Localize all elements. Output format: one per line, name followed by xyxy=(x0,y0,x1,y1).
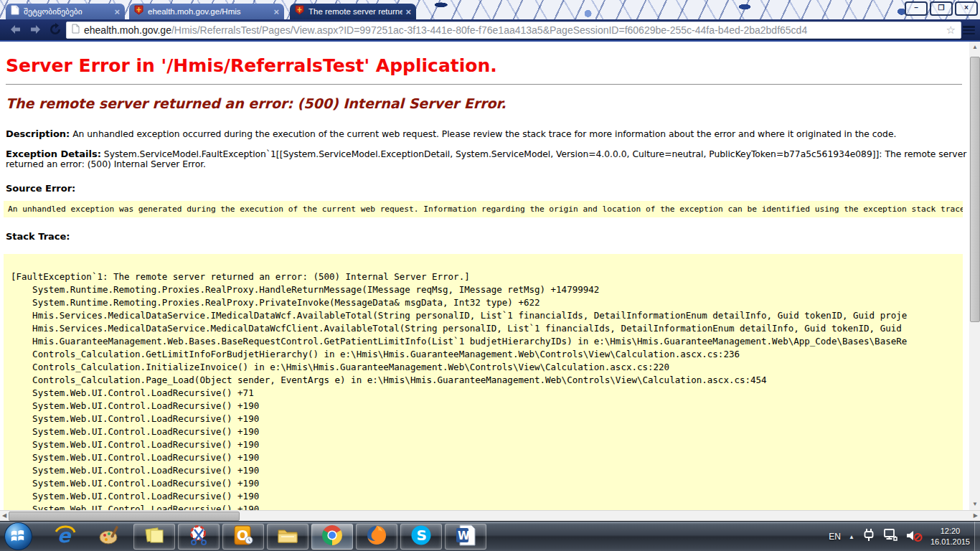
folder-icon xyxy=(276,524,299,550)
tab-error-active[interactable]: The remote server returne × xyxy=(290,4,416,19)
stack-trace-text: [FaultException`1: The remote server ret… xyxy=(11,270,963,510)
tab-title: ehealth.moh.gov.ge/Hmis xyxy=(148,7,270,16)
volume-muted-icon[interactable] xyxy=(905,528,923,545)
taskbar-skype-button[interactable]: S xyxy=(400,524,442,550)
tab-close-icon[interactable]: × xyxy=(114,7,120,17)
vertical-scrollbar[interactable]: ▲ ▼ xyxy=(969,42,980,510)
tab-notifications[interactable]: შეტყობინებები × xyxy=(6,4,125,19)
close-button[interactable]: × xyxy=(955,1,978,16)
tab-title: The remote server returne xyxy=(308,7,402,16)
description-label: Description: xyxy=(6,128,70,139)
bookmark-star-icon[interactable]: ☆ xyxy=(946,24,956,37)
svg-text:S: S xyxy=(417,527,427,544)
georgia-crest-icon xyxy=(295,5,304,18)
sticky-notes-icon xyxy=(143,524,166,550)
reload-icon[interactable] xyxy=(49,23,62,39)
snipping-tool-icon xyxy=(187,524,210,550)
georgia-crest-icon xyxy=(134,5,143,18)
screen: – ❐ × შეტყობინებები × ehealth.moh.gov.ge… xyxy=(0,0,980,551)
page-icon xyxy=(72,24,80,37)
svg-text:W: W xyxy=(458,529,470,542)
restore-button[interactable]: ❐ xyxy=(930,1,953,16)
scroll-down-icon[interactable]: ▼ xyxy=(972,501,978,507)
taskbar-firefox-button[interactable] xyxy=(356,524,397,550)
scroll-right-icon[interactable]: ▶ xyxy=(974,513,978,519)
description-text: An unhandled exception occurred during t… xyxy=(70,129,896,139)
paint-palette-icon xyxy=(98,524,121,550)
power-plug-icon[interactable] xyxy=(862,528,875,545)
taskbar-windows-explorer-button[interactable] xyxy=(267,524,308,550)
taskbar-outlook-button[interactable]: O xyxy=(222,524,264,550)
tab-close-icon[interactable]: × xyxy=(405,7,411,17)
back-icon[interactable] xyxy=(9,23,22,39)
url-domain: ehealth.moh.gov.ge xyxy=(84,24,171,36)
scroll-left-icon[interactable]: ◀ xyxy=(2,513,6,519)
start-button[interactable] xyxy=(4,522,33,551)
vertical-scrollbar-thumb[interactable] xyxy=(970,57,980,322)
document-icon xyxy=(11,5,19,18)
internet-explorer-icon: e xyxy=(54,524,77,550)
horizontal-scrollbar[interactable]: ◀ ▶ xyxy=(0,510,980,521)
taskbar-paint-button[interactable] xyxy=(89,524,131,550)
chrome-icon xyxy=(321,524,344,550)
taskbar-internet-explorer-button[interactable]: e xyxy=(44,524,86,550)
taskbar: e O xyxy=(0,521,980,551)
description-line: Description: An unhandled exception occu… xyxy=(6,128,969,139)
language-indicator[interactable]: EN xyxy=(829,532,841,542)
taskbar-snipping-tool-button[interactable] xyxy=(178,524,220,550)
source-error-box: An unhandled exception was generated dur… xyxy=(4,201,963,217)
tray-date: 16.01.2015 xyxy=(930,537,970,547)
stack-trace-box: [FaultException`1: The remote server ret… xyxy=(4,254,963,510)
horizontal-scrollbar-thumb[interactable] xyxy=(9,512,240,521)
skype-icon: S xyxy=(410,524,433,550)
url-bar[interactable]: ehealth.moh.gov.ge/Hmis/ReferralsTest/Pa… xyxy=(66,22,961,39)
exception-text: System.ServiceModel.FaultException`1[[Sy… xyxy=(6,149,966,169)
exception-line: Exception Details: System.ServiceModel.F… xyxy=(6,149,969,169)
chrome-menu-icon[interactable] xyxy=(963,26,975,34)
minimize-button[interactable]: – xyxy=(905,1,928,16)
system-tray: EN ▲ 12:20 16.01.2015 xyxy=(829,522,980,551)
scroll-up-icon[interactable]: ▲ xyxy=(972,44,978,50)
taskbar-sticky-notes-button[interactable] xyxy=(133,524,175,550)
taskbar-word-button[interactable]: W xyxy=(445,524,486,550)
tab-title: შეტყობინებები xyxy=(24,6,111,17)
tray-expand-icon[interactable]: ▲ xyxy=(849,534,854,540)
browser-toolbar: ehealth.moh.gov.ge/Hmis/ReferralsTest/Pa… xyxy=(0,19,980,42)
url-path: /Hmis/ReferralsTest/Pages/View.aspx?ID=9… xyxy=(171,24,807,36)
show-desktop-button[interactable] xyxy=(974,522,980,551)
forward-icon[interactable] xyxy=(29,23,42,39)
tab-close-icon[interactable]: × xyxy=(273,7,279,17)
exception-label: Exception Details: xyxy=(6,149,101,159)
word-icon: W xyxy=(454,524,477,550)
taskbar-clock[interactable]: 12:20 16.01.2015 xyxy=(930,526,970,547)
error-page: Server Error in '/Hmis/ReferralsTest' Ap… xyxy=(0,42,969,510)
tray-time: 12:20 xyxy=(930,526,970,537)
page-title: Server Error in '/Hmis/ReferralsTest' Ap… xyxy=(6,55,969,76)
stack-trace-label: Stack Trace: xyxy=(6,231,969,242)
error-subtitle: The remote server returned an error: (50… xyxy=(6,95,969,111)
window-controls: – ❐ × xyxy=(905,1,978,16)
divider xyxy=(6,84,962,85)
outlook-icon: O xyxy=(232,524,255,550)
network-icon[interactable] xyxy=(883,528,897,545)
url-text[interactable]: ehealth.moh.gov.ge/Hmis/ReferralsTest/Pa… xyxy=(84,24,942,36)
taskbar-chrome-button[interactable] xyxy=(311,524,353,550)
tab-ehealth[interactable]: ehealth.moh.gov.ge/Hmis × xyxy=(129,4,284,19)
firefox-icon xyxy=(365,524,388,550)
browser-titlebar-theme-art: – ❐ × შეტყობინებები × ehealth.moh.gov.ge… xyxy=(0,0,980,19)
source-error-label: Source Error: xyxy=(6,183,969,194)
